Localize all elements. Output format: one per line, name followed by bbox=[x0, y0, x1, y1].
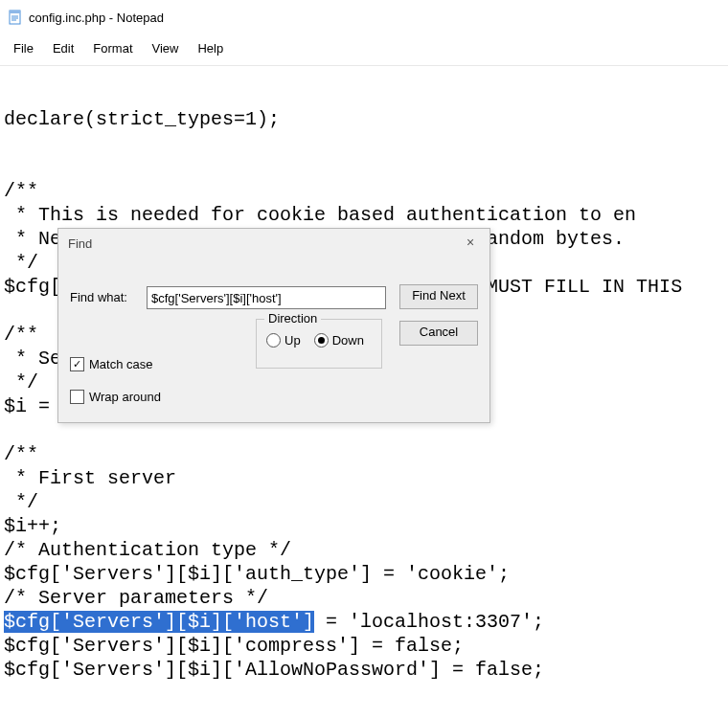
find-dialog-body: Find what: Find Next Cancel Direction Up… bbox=[58, 263, 489, 422]
svg-rect-1 bbox=[10, 11, 20, 13]
code-line: $cfg['Servers'][$i]['AllowNoPassword'] =… bbox=[4, 659, 544, 681]
checkbox-match-case[interactable] bbox=[70, 357, 84, 371]
code-line: * This is needed for cookie based authen… bbox=[4, 204, 636, 226]
code-line: * Se bbox=[4, 348, 61, 370]
code-line: * First server bbox=[4, 467, 176, 489]
code-line: $cfg[ bbox=[4, 276, 61, 298]
code-line: /* Authentication type */ bbox=[4, 539, 291, 561]
code-line: /** bbox=[4, 324, 38, 346]
menu-help[interactable]: Help bbox=[188, 39, 233, 57]
code-line: declare(strict_types=1); bbox=[4, 108, 280, 130]
menu-format[interactable]: Format bbox=[83, 39, 142, 57]
code-line: MUST FILL IN THIS bbox=[487, 276, 694, 298]
match-case-row[interactable]: Match case bbox=[70, 357, 152, 371]
direction-group: Direction Up Down bbox=[256, 319, 382, 369]
menu-bar: File Edit Format View Help bbox=[0, 31, 728, 66]
find-dialog: Find × Find what: Find Next Cancel Direc… bbox=[57, 228, 490, 423]
menu-file[interactable]: File bbox=[4, 39, 43, 57]
window-title: config.inc.php - Notepad bbox=[29, 11, 164, 25]
direction-radios: Up Down bbox=[266, 333, 364, 348]
find-dialog-title: Find bbox=[68, 236, 92, 251]
code-line: /** bbox=[4, 180, 38, 202]
direction-label: Direction bbox=[264, 311, 321, 325]
code-line: $cfg['Servers'][$i]['compress'] = false; bbox=[4, 635, 464, 657]
match-case-label: Match case bbox=[89, 357, 152, 371]
code-line: */ bbox=[4, 491, 38, 513]
close-icon[interactable]: × bbox=[461, 235, 480, 250]
find-what-label: Find what: bbox=[70, 290, 127, 304]
menu-edit[interactable]: Edit bbox=[43, 39, 83, 57]
code-line: */ bbox=[4, 252, 38, 274]
find-what-input[interactable] bbox=[147, 286, 386, 309]
code-line: $cfg['Servers'][$i]['auth_type'] = 'cook… bbox=[4, 563, 510, 585]
find-next-button[interactable]: Find Next bbox=[399, 284, 478, 309]
code-line: /* Server parameters */ bbox=[4, 587, 268, 609]
cancel-button[interactable]: Cancel bbox=[399, 321, 478, 346]
window-title-bar: config.inc.php - Notepad bbox=[0, 0, 728, 31]
radio-up-label: Up bbox=[284, 333, 301, 348]
menu-view[interactable]: View bbox=[143, 39, 189, 57]
code-line: $i = bbox=[4, 395, 61, 417]
notepad-icon bbox=[8, 10, 23, 25]
radio-down[interactable] bbox=[314, 333, 329, 348]
code-line: */ bbox=[4, 371, 38, 393]
code-line: = 'localhost:3307'; bbox=[314, 611, 544, 633]
wrap-around-label: Wrap around bbox=[89, 390, 161, 404]
checkbox-wrap-around[interactable] bbox=[70, 390, 84, 404]
code-line: $i++; bbox=[4, 515, 61, 537]
radio-down-label: Down bbox=[332, 333, 364, 348]
code-line: /** bbox=[4, 443, 38, 465]
code-selection: $cfg['Servers'][$i]['host'] bbox=[4, 611, 314, 633]
wrap-around-row[interactable]: Wrap around bbox=[70, 390, 161, 404]
radio-up[interactable] bbox=[266, 333, 281, 348]
